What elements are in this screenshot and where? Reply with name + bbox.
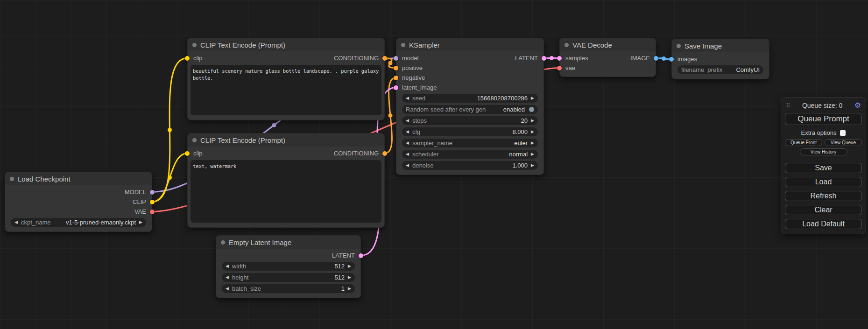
widget-random-seed-toggle[interactable]: Random seed after every gen enabled xyxy=(402,105,538,114)
conditioning-output-port[interactable] xyxy=(382,56,387,61)
widget-sampler-name[interactable]: ◀ sampler_name euler ▶ xyxy=(402,139,538,147)
link-midpoint-dot[interactable] xyxy=(272,123,276,127)
collapse-dot[interactable] xyxy=(221,240,225,245)
model-input-port[interactable] xyxy=(394,56,398,61)
collapse-dot[interactable] xyxy=(192,43,197,47)
drag-handle-icon[interactable]: ⠿ xyxy=(786,102,790,109)
latent-image-input-port[interactable] xyxy=(394,85,398,90)
node-title-bar[interactable]: KSampler xyxy=(396,38,543,51)
widget-steps[interactable]: ◀ steps 20 ▶ xyxy=(402,116,538,125)
widget-label: cfg xyxy=(412,128,420,135)
clip-input-port[interactable] xyxy=(185,56,190,61)
toggle-indicator-icon[interactable] xyxy=(529,107,534,112)
collapse-dot[interactable] xyxy=(10,177,14,181)
samples-input-port[interactable] xyxy=(557,56,562,61)
increment-arrow-icon[interactable]: ▶ xyxy=(531,152,534,156)
collapse-dot[interactable] xyxy=(192,138,197,142)
decrement-arrow-icon[interactable]: ◀ xyxy=(406,141,409,145)
negative-input-port[interactable] xyxy=(394,76,398,80)
widget-batch-size[interactable]: ◀ batch_size 1 ▶ xyxy=(222,284,355,293)
node-title-bar[interactable]: Load Checkpoint xyxy=(5,172,152,185)
node-title-bar[interactable]: CLIP Text Encode (Prompt) xyxy=(188,133,384,147)
increment-arrow-icon[interactable]: ▶ xyxy=(348,287,351,291)
load-default-button[interactable]: Load Default xyxy=(785,219,862,229)
conditioning-output-port[interactable] xyxy=(382,151,387,156)
extra-options-checkbox[interactable] xyxy=(840,130,846,136)
increment-arrow-icon[interactable]: ▶ xyxy=(531,96,534,100)
decrement-arrow-icon[interactable]: ◀ xyxy=(406,119,409,123)
link-midpoint-dot[interactable] xyxy=(168,175,172,180)
node-empty-latent-image[interactable]: Empty Latent Image LATENT ◀ width 512 ▶ … xyxy=(216,235,361,298)
decrement-arrow-icon[interactable]: ◀ xyxy=(226,264,229,268)
widget-denoise[interactable]: ◀ denoise 1.000 ▶ xyxy=(402,161,538,170)
vae-input-port[interactable] xyxy=(557,66,562,70)
increment-arrow-icon[interactable]: ▶ xyxy=(348,264,351,268)
node-title-bar[interactable]: CLIP Text Encode (Prompt) xyxy=(188,38,384,51)
latent-output-port[interactable] xyxy=(542,56,546,61)
queue-prompt-button[interactable]: Queue Prompt xyxy=(785,113,862,125)
negative-prompt-textarea[interactable]: text, watermark xyxy=(191,160,381,223)
node-title-bar[interactable]: VAE Decode xyxy=(560,38,656,51)
link-midpoint-dot[interactable] xyxy=(168,128,172,132)
latent-output-port[interactable] xyxy=(359,253,363,258)
output-slot-label: VAE xyxy=(134,208,146,215)
node-title-bar[interactable]: Save Image xyxy=(672,39,769,52)
node-title-bar[interactable]: Empty Latent Image xyxy=(216,236,360,249)
node-clip-text-encode-positive[interactable]: CLIP Text Encode (Prompt) clip CONDITION… xyxy=(187,38,385,120)
images-input-port[interactable] xyxy=(669,57,674,62)
positive-input-port[interactable] xyxy=(394,66,398,70)
increment-arrow-icon[interactable]: ▶ xyxy=(139,220,142,224)
widget-scheduler[interactable]: ◀ scheduler normal ▶ xyxy=(402,150,538,159)
link-midpoint-dot[interactable] xyxy=(388,61,393,65)
positive-prompt-textarea[interactable]: beautiful scenery nature glass bottle la… xyxy=(191,65,381,115)
node-save-image[interactable]: Save Image images filename_prefix ComfyU… xyxy=(671,39,769,79)
decrement-arrow-icon[interactable]: ◀ xyxy=(406,152,409,156)
increment-arrow-icon[interactable]: ▶ xyxy=(531,141,534,145)
link-midpoint-dot[interactable] xyxy=(550,56,554,60)
node-load-checkpoint[interactable]: Load Checkpoint MODEL CLIP VAE ◀ ckpt_na… xyxy=(5,172,152,232)
save-button[interactable]: Save xyxy=(785,163,862,173)
link-midpoint-dot[interactable] xyxy=(662,56,666,61)
widget-value: enabled xyxy=(503,106,525,113)
decrement-arrow-icon[interactable]: ◀ xyxy=(226,275,229,280)
collapse-dot[interactable] xyxy=(565,43,569,47)
node-title: CLIP Text Encode (Prompt) xyxy=(200,41,285,49)
clear-button[interactable]: Clear xyxy=(785,205,862,215)
queue-menu-panel: ⠿ Queue size: 0 ⚙ Queue Prompt Extra opt… xyxy=(781,97,866,234)
decrement-arrow-icon[interactable]: ◀ xyxy=(406,130,409,134)
link-midpoint-dot[interactable] xyxy=(388,113,393,118)
decrement-arrow-icon[interactable]: ◀ xyxy=(406,163,409,168)
graph-canvas[interactable]: Load Checkpoint MODEL CLIP VAE ◀ ckpt_na… xyxy=(0,0,868,329)
clip-input-port[interactable] xyxy=(185,151,190,156)
node-ksampler[interactable]: KSampler model LATENT positive negative … xyxy=(396,38,544,175)
increment-arrow-icon[interactable]: ▶ xyxy=(348,275,351,280)
collapse-dot[interactable] xyxy=(677,44,681,48)
widget-seed[interactable]: ◀ seed 156680208700286 ▶ xyxy=(402,94,538,103)
increment-arrow-icon[interactable]: ▶ xyxy=(531,163,534,168)
widget-value: normal xyxy=(509,151,528,158)
view-history-button[interactable]: View History xyxy=(800,148,847,155)
model-output-port[interactable] xyxy=(150,190,155,195)
decrement-arrow-icon[interactable]: ◀ xyxy=(226,287,229,291)
view-queue-button[interactable]: View Queue xyxy=(825,139,862,146)
widget-width[interactable]: ◀ width 512 ▶ xyxy=(222,262,355,271)
refresh-button[interactable]: Refresh xyxy=(785,191,862,201)
node-clip-text-encode-negative[interactable]: CLIP Text Encode (Prompt) clip CONDITION… xyxy=(187,133,385,228)
increment-arrow-icon[interactable]: ▶ xyxy=(531,119,534,123)
vae-output-port[interactable] xyxy=(150,210,155,214)
widget-height[interactable]: ◀ height 512 ▶ xyxy=(222,273,355,282)
widget-ckpt-name[interactable]: ◀ ckpt_name v1-5-pruned-emaonly.ckpt ▶ xyxy=(11,218,146,227)
image-output-port[interactable] xyxy=(654,56,658,61)
queue-front-button[interactable]: Queue Front xyxy=(785,139,822,146)
settings-gear-icon[interactable]: ⚙ xyxy=(854,102,861,109)
decrement-arrow-icon[interactable]: ◀ xyxy=(406,96,409,100)
increment-arrow-icon[interactable]: ▶ xyxy=(531,130,534,134)
widget-value: euler xyxy=(514,140,528,147)
widget-cfg[interactable]: ◀ cfg 8.000 ▶ xyxy=(402,127,538,136)
collapse-dot[interactable] xyxy=(401,43,405,47)
decrement-arrow-icon[interactable]: ◀ xyxy=(14,220,18,224)
widget-filename-prefix[interactable]: filename_prefix ComfyUI xyxy=(677,65,763,74)
load-button[interactable]: Load xyxy=(785,177,862,187)
node-vae-decode[interactable]: VAE Decode samples IMAGE vae xyxy=(559,38,656,77)
clip-output-port[interactable] xyxy=(150,200,155,204)
